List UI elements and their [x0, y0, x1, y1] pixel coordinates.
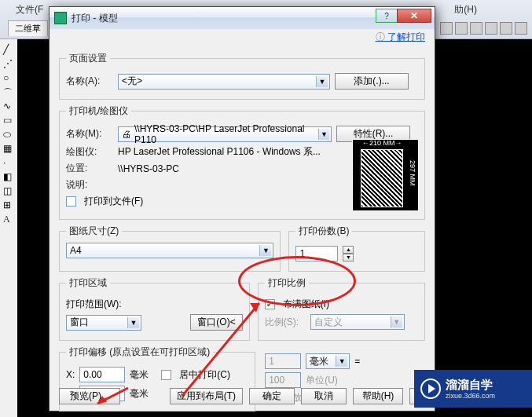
print-dialog: 打印 - 模型 ? ✕ ⓘ 了解打印 页面设置 名称(A): <无> ▼ 添加(… — [49, 6, 435, 412]
window-pick-button[interactable]: 窗口(O)< — [190, 314, 242, 331]
titlebar[interactable]: 打印 - 模型 ? ✕ — [50, 7, 435, 29]
paper-height-label: 297 MM — [409, 160, 416, 186]
chevron-down-icon: ▼ — [127, 317, 139, 328]
tool-text-icon[interactable]: A — [3, 214, 14, 225]
print-offset-legend: 打印偏移 (原点设置在可打印区域) — [66, 346, 213, 359]
file-menu[interactable]: 文件(F — [16, 3, 43, 16]
center-print-label: 居中打印(C) — [179, 368, 230, 382]
pagesetup-name-label: 名称(A): — [66, 75, 113, 88]
tool-spline-icon[interactable]: ∿ — [3, 101, 14, 112]
scale-one-input: 1 — [265, 353, 301, 369]
plotter-label: 绘图仪: — [66, 145, 113, 159]
tool-point-icon[interactable]: · — [3, 157, 14, 168]
chevron-down-icon: ▼ — [259, 245, 271, 256]
print-to-file-label: 打印到文件(F) — [84, 195, 143, 208]
pagesetup-name-select[interactable]: <无> ▼ — [118, 74, 330, 90]
copies-legend: 打印份数(B) — [295, 225, 352, 238]
printer-name-select[interactable]: 🖨\\HYRS-03-PC\HP LaserJet Professional P… — [118, 126, 332, 142]
toolbar-icons — [440, 22, 527, 35]
watermark-url: zixue.3d66.com — [446, 392, 495, 401]
print-scale-legend: 打印比例 — [265, 276, 309, 290]
add-pagesetup-button[interactable]: 添加(.)... — [335, 73, 409, 90]
tb-icon-4[interactable] — [485, 22, 497, 35]
tab-sketch[interactable]: 二维草 — [8, 20, 48, 36]
tool-polyline-icon[interactable]: ⋰ — [3, 58, 14, 69]
apply-layout-button[interactable]: 应用到布局(T) — [170, 388, 243, 404]
page-setup-group: 页面设置 名称(A): <无> ▼ 添加(.)... — [59, 52, 425, 100]
watermark: 溜溜自学 zixue.3d66.com — [414, 370, 532, 408]
equals-label: = — [354, 356, 360, 367]
paper-sheet-icon — [361, 149, 403, 207]
play-icon — [420, 379, 441, 399]
location-value: \\HYRS-03-PC — [118, 163, 179, 174]
tb-icon-3[interactable] — [470, 22, 482, 35]
chevron-down-icon: ▼ — [391, 316, 402, 327]
help-button[interactable]: ? — [376, 9, 398, 23]
print-area-group: 打印区域 打印范围(W): 窗口 ▼ 窗口(O)< — [59, 276, 250, 341]
print-to-file-checkbox[interactable] — [66, 196, 76, 207]
tool-arc-icon[interactable]: ⌒ — [3, 86, 14, 97]
dialog-title: 打印 - 模型 — [72, 12, 118, 25]
fit-to-paper-checkbox[interactable]: ✔ — [265, 299, 275, 309]
scale-unit-select[interactable]: 毫米 ▼ — [306, 353, 350, 369]
printer-name-label: 名称(M): — [66, 127, 113, 141]
paper-size-legend: 图纸尺寸(Z) — [66, 225, 122, 238]
printer-legend: 打印机/绘图仪 — [66, 104, 131, 118]
close-button[interactable]: ✕ — [397, 9, 431, 23]
tool-region-icon[interactable]: ◧ — [3, 171, 14, 182]
printer-icon: 🖨 — [122, 129, 131, 140]
tool-block-icon[interactable]: ◫ — [3, 185, 14, 196]
page-setup-legend: 页面设置 — [66, 52, 110, 65]
chevron-down-icon: ▼ — [316, 76, 328, 87]
preview-button[interactable]: 预览(P)... — [59, 388, 120, 404]
scale-ratio-label: 比例(S): — [265, 316, 306, 329]
fit-to-paper-label: 布满图纸(I) — [283, 298, 329, 311]
left-toolbar: ╱ ⋰ ○ ⌒ ∿ ▭ ⬭ ▦ · ◧ ◫ ⊞ A — [0, 39, 17, 417]
copies-input[interactable]: 1 — [295, 246, 338, 262]
print-range-label: 打印范围(W): — [66, 298, 122, 311]
cancel-button[interactable]: 取消 — [301, 388, 347, 404]
paper-preview: ←210 MM→ 297 MM — [352, 139, 419, 211]
copies-spinner[interactable]: ▲▼ — [343, 246, 354, 262]
print-area-legend: 打印区域 — [66, 276, 110, 290]
tb-icon-6[interactable] — [515, 22, 527, 35]
print-range-select[interactable]: 窗口 ▼ — [66, 315, 141, 331]
offset-x-label: X: — [66, 369, 75, 380]
tb-icon-2[interactable] — [455, 22, 468, 35]
chevron-down-icon: ▼ — [318, 129, 329, 140]
paper-size-group: 图纸尺寸(Z) A4 ▼ — [59, 225, 281, 272]
tool-line-icon[interactable]: ╱ — [3, 44, 14, 55]
tb-icon-1[interactable] — [440, 22, 453, 35]
learn-print-link[interactable]: ⓘ 了解打印 — [50, 29, 435, 46]
dialog-button-row: 预览(P)... 应用到布局(T) 确定 取消 帮助(H) > — [59, 388, 425, 404]
tool-table-icon[interactable]: ⊞ — [3, 199, 14, 210]
help-menu[interactable]: 助(H) — [454, 3, 477, 16]
center-print-checkbox[interactable] — [161, 370, 171, 380]
description-label: 说明: — [66, 178, 113, 192]
help-button[interactable]: 帮助(H) — [353, 388, 403, 404]
copies-group: 打印份数(B) 1 ▲▼ — [288, 225, 425, 272]
paper-size-select[interactable]: A4 ▼ — [66, 243, 273, 258]
offset-x-unit: 毫米 — [130, 368, 149, 382]
paper-width-label: ←210 MM→ — [362, 139, 402, 147]
tb-icon-5[interactable] — [500, 22, 512, 35]
app-icon — [54, 12, 67, 24]
scale-ratio-select: 自定义 ▼ — [310, 314, 405, 330]
tool-rect-icon[interactable]: ▭ — [3, 115, 14, 126]
scale-units-input: 100 — [265, 372, 301, 388]
tool-circle-icon[interactable]: ○ — [3, 72, 14, 83]
tool-hatch-icon[interactable]: ▦ — [3, 143, 14, 154]
ok-button[interactable]: 确定 — [249, 388, 295, 404]
scale-detail: 1 毫米 ▼ = 100 单位(U) 缩放线宽(L) — [263, 346, 425, 416]
tool-ellipse-icon[interactable]: ⬭ — [3, 129, 14, 140]
print-scale-group: 打印比例 ✔ 布满图纸(I) 比例(S): 自定义 ▼ — [258, 276, 425, 341]
watermark-title: 溜溜自学 — [446, 378, 495, 392]
offset-x-input[interactable]: 0.00 — [79, 367, 125, 382]
units-label: 单位(U) — [306, 374, 338, 387]
plotter-value: HP LaserJet Professional P1106 - Windows… — [118, 145, 321, 159]
location-label: 位置: — [66, 162, 113, 175]
chevron-down-icon: ▼ — [336, 356, 347, 367]
